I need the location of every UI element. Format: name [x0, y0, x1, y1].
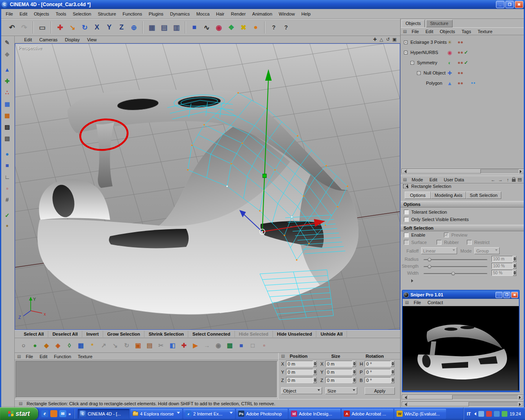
frame-selection-icon[interactable]: ▭ [36, 21, 48, 34]
size-x-field[interactable]: 0 m [325, 361, 352, 367]
sniper-close-button[interactable]: ✖ [511, 292, 518, 298]
render-settings-icon[interactable]: ▥ [170, 21, 183, 34]
invert-button[interactable]: Invert [82, 331, 103, 337]
visibility-dots[interactable] [458, 52, 463, 54]
object-axis-icon[interactable]: ■ [2, 160, 13, 170]
viewport-label[interactable]: Perspective [18, 45, 42, 50]
panel-menu-icon[interactable]: ▤ [516, 177, 523, 183]
om-menu-edit[interactable]: Edit [422, 29, 437, 34]
scrollbar-thumb[interactable] [408, 402, 469, 406]
bridge-icon[interactable]: ▦ [75, 340, 86, 351]
enable-axis-icon[interactable]: ✓ [2, 210, 13, 220]
texture-axis-mode-icon[interactable]: ▧ [2, 133, 13, 143]
position-z-field[interactable]: 0 m [286, 377, 313, 383]
menu-structure[interactable]: Structure [95, 10, 119, 18]
size-y-stepper[interactable] [352, 369, 356, 375]
visibility-dots[interactable] [458, 41, 463, 43]
camera-rotate-icon[interactable]: ↺ [385, 36, 391, 43]
render-picture-viewer-icon[interactable]: ▤ [158, 21, 170, 34]
tree-row-hypernurbs[interactable]: − HyperNURBS ◉ ✓ [401, 48, 525, 58]
array-object-icon[interactable]: ❖ [225, 21, 237, 34]
size-x-stepper[interactable] [352, 361, 356, 367]
tab-options[interactable]: Options [405, 192, 431, 199]
rotation-h-stepper[interactable] [391, 361, 394, 367]
scrollbar-thumb[interactable] [408, 395, 453, 400]
sniper-titlebar[interactable]: Sniper Pro 1.01 _ ❐ ✖ [403, 291, 519, 299]
viewport-menu-view[interactable]: View [83, 37, 101, 43]
history-forward-icon[interactable]: → [497, 177, 504, 183]
workplane-icon[interactable]: ∟ [2, 172, 13, 182]
task-indesign[interactable]: Id Adobe InDesig... [289, 409, 340, 419]
uv-mode-icon[interactable]: ● [2, 149, 13, 159]
viewport-canvas[interactable]: Y x Z Perspective [15, 43, 400, 330]
menu-selection[interactable]: Selection [70, 10, 95, 18]
optimize-icon[interactable]: ▫ [259, 340, 270, 351]
viewport-menu-cameras[interactable]: Cameras [36, 37, 61, 43]
task-cinema4d[interactable]: C CINEMA 4D - [... [78, 409, 129, 419]
camera-zoom-icon[interactable]: △ [378, 36, 385, 43]
knife-icon[interactable]: ✂ [155, 340, 167, 351]
polygons-mode-icon[interactable]: ▩ [2, 111, 13, 120]
sniper-menu-contact[interactable]: Contact [424, 300, 446, 305]
extrude-inner-icon[interactable]: ▣ [133, 340, 144, 351]
selection-filter-icon[interactable]: ▫ [2, 183, 13, 193]
material-menu-texture[interactable]: Texture [74, 354, 96, 359]
soft-enable-checkbox[interactable] [404, 233, 409, 237]
display-settings-tray-icon[interactable] [478, 411, 484, 417]
primitive-cube-icon[interactable]: ■ [188, 21, 201, 34]
axis-mode-icon[interactable]: ✚ [2, 76, 13, 86]
enabled-check-icon[interactable]: ✓ [464, 50, 468, 55]
light-rig-object-icon[interactable]: ☀ [446, 39, 453, 45]
tab-soft-selection[interactable]: Soft Selection [466, 192, 501, 199]
apply-button[interactable]: Apply [365, 387, 395, 395]
sniper-maximize-button[interactable]: ❐ [503, 292, 510, 298]
lock-y-axis-icon[interactable]: Y [103, 21, 115, 34]
make-editable-icon[interactable]: ✎ [2, 38, 13, 47]
parent-object-icon[interactable]: ↑ [505, 177, 511, 183]
menu-objects[interactable]: Objects [31, 10, 52, 18]
attribute-scrollbar-1[interactable] [402, 395, 524, 400]
scroll-left-icon[interactable] [402, 402, 408, 406]
am-menu-user-data[interactable]: User Data [441, 177, 468, 183]
panel-chip-icon[interactable]: ▤ [402, 177, 408, 182]
size-z-field[interactable]: 0 m [325, 377, 352, 383]
menu-mocca[interactable]: Mocca [193, 10, 213, 18]
task-internet-explorer[interactable]: e 2 Internet Ex... [183, 409, 235, 419]
panel-chip-icon[interactable]: ▤ [280, 354, 286, 358]
size-mode-select[interactable]: Size [325, 387, 357, 394]
tree-item-label[interactable]: HyperNURBS [410, 50, 438, 55]
texture-mode-icon[interactable]: ▨ [2, 122, 13, 132]
tree-item-label[interactable]: Eclairage 3 Points [410, 40, 447, 45]
panel-chip-icon[interactable]: ▤ [16, 354, 22, 359]
visibility-dots[interactable] [458, 72, 463, 74]
hide-unselected-button[interactable]: Hide Unselected [273, 331, 317, 337]
deselect-all-button[interactable]: Deselect All [48, 331, 82, 337]
rotation-b-stepper[interactable] [391, 377, 394, 383]
scale-tool-icon[interactable]: ↘ [66, 21, 79, 34]
menu-hair[interactable]: Hair [213, 10, 228, 18]
panel-chip-icon[interactable]: ▤ [404, 300, 410, 305]
only-visible-checkbox[interactable] [404, 217, 409, 222]
mail-icon[interactable]: ✉ [59, 410, 66, 417]
selection-help-icon[interactable]: ? [268, 21, 280, 34]
scrollbar-thumb[interactable] [407, 169, 481, 174]
om-menu-objects[interactable]: Objects [437, 29, 458, 34]
scroll-left-icon[interactable] [402, 395, 408, 400]
tree-row-symmetry[interactable]: − Symmetry ◐ ✓ [401, 58, 525, 68]
position-x-stepper[interactable] [313, 361, 317, 367]
cube-add-icon[interactable]: ■ [236, 340, 247, 351]
menu-edit[interactable]: Edit [16, 10, 31, 18]
start-button[interactable]: start [0, 407, 38, 420]
polygon-object-icon[interactable]: ▲ [446, 80, 453, 86]
lock-x-axis-icon[interactable]: X [91, 21, 103, 34]
visibility-dots[interactable] [458, 82, 463, 84]
stitch-sew-icon[interactable]: * [87, 340, 98, 351]
tolerant-selection-checkbox[interactable] [404, 210, 409, 215]
grow-selection-button[interactable]: Grow Selection [103, 331, 144, 337]
snap-settings-icon[interactable]: # [2, 195, 13, 205]
visibility-dots[interactable] [458, 62, 463, 64]
attribute-scrollbar-2[interactable] [402, 402, 524, 407]
symmetry-object-icon[interactable]: ◐ [446, 60, 453, 66]
tree-expander-icon[interactable]: − [417, 71, 421, 75]
object-mode-icon[interactable]: ▲ [2, 65, 13, 75]
